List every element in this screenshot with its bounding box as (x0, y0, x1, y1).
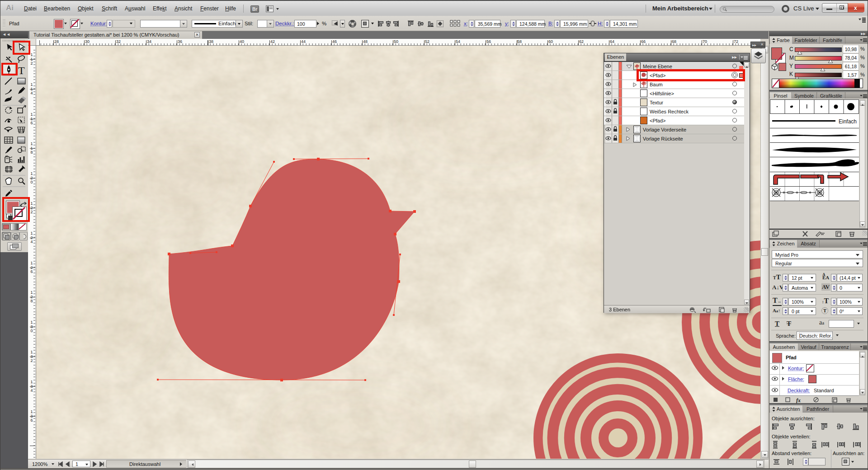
svg-text:fx: fx (796, 397, 801, 403)
svg-text:Einfach: Einfach (839, 118, 857, 125)
svg-text:T: T (18, 65, 25, 76)
